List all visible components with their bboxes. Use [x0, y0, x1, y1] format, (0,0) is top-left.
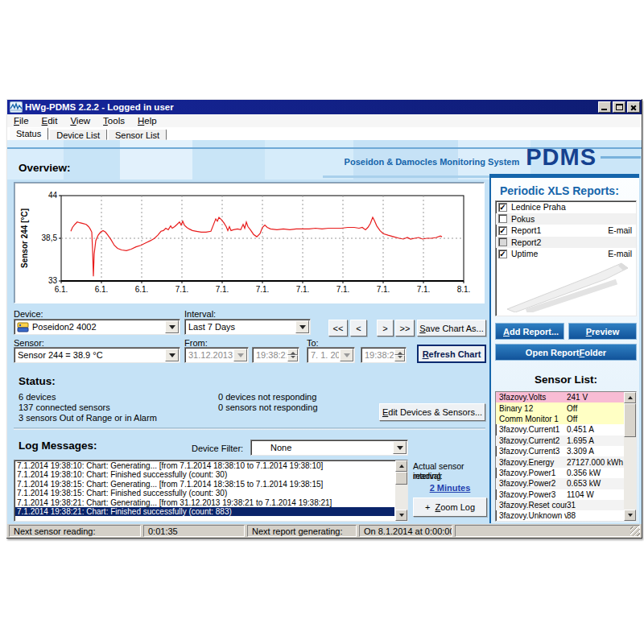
spin-up-icon[interactable] [287, 349, 298, 355]
sensor-value: 0.653 kW [567, 479, 601, 488]
minimize-icon[interactable] [598, 101, 611, 113]
device-filter-label: Device Filter: [192, 444, 243, 453]
scroll-down-icon[interactable] [624, 510, 636, 521]
sensor-value: Off [567, 404, 577, 413]
sensor-row[interactable]: 3fazovy.Power31104 W [496, 489, 624, 500]
chevron-down-icon[interactable] [340, 349, 353, 361]
report-checkbox[interactable]: ✓ [498, 250, 507, 258]
chevron-down-icon[interactable] [393, 441, 407, 454]
from-date-field[interactable]: 31.12.2013 [184, 347, 249, 363]
reading-interval-link[interactable]: 2 Minutes [413, 483, 487, 493]
sensor-name: 3fazovy.Unknown value [496, 511, 567, 520]
spin-down-icon[interactable] [287, 355, 298, 361]
save-chart-button[interactable]: Save Chart As... [417, 320, 486, 336]
scroll-up-icon[interactable] [395, 460, 407, 472]
status-devices-not-responding: 0 devices not responding [218, 392, 316, 402]
svg-text:7.1.: 7.1. [336, 285, 350, 294]
svg-text:7.1.: 7.1. [256, 285, 270, 294]
nav-last-button[interactable]: >> [395, 320, 415, 336]
sensor-row[interactable]: 3fazovy.Current33.309 A [496, 446, 624, 456]
from-time-field[interactable]: 19:38:21 [252, 347, 299, 363]
sensor-row[interactable]: Binary 12Off [496, 402, 624, 413]
sensor-row[interactable]: 3fazovy.Reset counter31 [496, 500, 624, 510]
sensor-row[interactable]: 3fazovy.Current21.695 A [496, 436, 624, 446]
tab-status[interactable]: Status [9, 127, 48, 140]
sensor-name: 3fazovy.Volts [496, 393, 567, 402]
tab-sensor-list[interactable]: Sensor List [108, 129, 167, 140]
scroll-up-icon[interactable] [624, 392, 636, 403]
menu-file[interactable]: File [7, 115, 35, 126]
log-scrollbar[interactable] [395, 460, 407, 521]
log-row[interactable]: 7.1.2014 19:38:21: Chart: Finished succe… [15, 507, 394, 516]
device-select[interactable]: Poseidon2 4002 [14, 319, 180, 335]
report-row[interactable]: Report2 [496, 237, 636, 249]
report-checkbox[interactable]: ✓ [498, 226, 507, 235]
sensor-row[interactable]: 3fazovy.Current10.451 A [496, 424, 624, 435]
sensor-row[interactable]: 3fazovy.Power20.653 kW [496, 478, 624, 489]
sensor-value: 1.695 A [567, 436, 594, 445]
log-row[interactable]: 7.1.2014 19:38:10: Chart: Generating... … [15, 461, 394, 470]
edit-devices-sensors-button[interactable]: Edit Devices & Sensors... [379, 403, 485, 421]
report-row[interactable]: ✓UptimeE-mail [496, 248, 636, 260]
log-row[interactable]: 7.1.2014 19:38:15: Chart: Generating... … [15, 480, 394, 489]
sensor-row[interactable]: 3fazovy.Energy27127.000 kWh [496, 456, 624, 467]
device-filter-select[interactable]: None [250, 440, 408, 456]
close-icon[interactable] [627, 101, 640, 113]
statusbar: Next sensor reading: 0:01:35 Next report… [7, 524, 642, 538]
preview-button[interactable]: Preview [568, 323, 637, 340]
scroll-down-icon[interactable] [395, 510, 407, 521]
menu-tools[interactable]: Tools [97, 115, 131, 126]
scroll-thumb[interactable] [395, 472, 407, 485]
report-name: Lednice Praha [511, 202, 632, 212]
menu-help[interactable]: Help [131, 115, 163, 126]
open-report-folder-button[interactable]: Open Report Folder [495, 344, 637, 361]
nav-next-button[interactable]: > [377, 320, 394, 336]
spin-up-icon[interactable] [394, 349, 405, 355]
log-list: 7.1.2014 19:38:10: Chart: Generating... … [15, 461, 394, 516]
sensor-row[interactable]: 3fazovy.Power10.356 kW [496, 468, 624, 478]
to-date-field[interactable]: 7. 1. 2014 [307, 347, 355, 363]
log-row[interactable]: 7.1.2014 19:38:15: Chart: Finished succe… [15, 489, 394, 497]
zoom-log-button[interactable]: + Zoom Log [413, 497, 487, 517]
sensor-list-scrollbar[interactable] [624, 392, 636, 521]
report-checkbox[interactable] [498, 237, 507, 246]
tab-device-list[interactable]: Device List [49, 129, 107, 140]
log-row[interactable]: 7.1.2014 19:38:21: Chart: Generating... … [15, 498, 394, 507]
time-spinner[interactable] [394, 349, 405, 361]
chevron-down-icon[interactable] [233, 349, 247, 361]
device-label: Device: [14, 309, 43, 319]
chevron-down-icon[interactable] [165, 349, 179, 361]
sensor-select[interactable]: Sensor 244 = 38.9 °C [14, 347, 180, 363]
menu-view[interactable]: View [64, 115, 97, 126]
report-row[interactable]: Pokus [496, 213, 636, 225]
report-row[interactable]: ✓Report1E-mail [496, 225, 636, 237]
refresh-chart-button[interactable]: Refresh Chart [417, 345, 486, 363]
nav-prev-button[interactable]: < [350, 320, 367, 336]
accent-bar-light [323, 175, 489, 178]
sensor-row[interactable]: 3fazovy.Unknown value88 [496, 510, 624, 521]
spin-down-icon[interactable] [394, 355, 405, 361]
titlebar[interactable]: HWg-PDMS 2.2.2 - Logged in user [7, 100, 642, 114]
sensor-row[interactable]: 3fazovy.Volts241 V [496, 392, 624, 402]
report-checkbox[interactable]: ✓ [498, 203, 507, 212]
resize-grip[interactable] [630, 526, 640, 536]
interval-value: Last 7 Days [185, 322, 295, 332]
log-row[interactable]: 7.1.2014 19:38:10: Chart: Finished succe… [15, 470, 394, 479]
nav-first-button[interactable]: << [328, 320, 348, 336]
reports-list: ✓Lednice PrahaPokus✓Report1E-mailReport2… [495, 200, 637, 316]
report-checkbox[interactable] [498, 214, 507, 223]
interval-select[interactable]: Last 7 Days [184, 319, 311, 335]
sensor-value: Sensor 244 = 38.9 °C [14, 350, 164, 360]
svg-text:7.1.: 7.1. [216, 285, 229, 294]
maximize-icon[interactable] [613, 101, 625, 113]
sensor-value: 88 [567, 511, 576, 520]
menu-edit[interactable]: Edit [35, 115, 64, 126]
chevron-down-icon[interactable] [165, 320, 179, 333]
report-row[interactable]: ✓Lednice Praha [496, 201, 636, 213]
add-report-button[interactable]: Add Report... [495, 323, 564, 340]
scroll-thumb[interactable] [624, 403, 636, 437]
time-spinner[interactable] [287, 349, 298, 361]
sensor-row[interactable]: Comm Monitor 1Off [496, 414, 624, 424]
chevron-down-icon[interactable] [295, 320, 309, 333]
to-time-field[interactable]: 19:38:21 [361, 347, 407, 363]
